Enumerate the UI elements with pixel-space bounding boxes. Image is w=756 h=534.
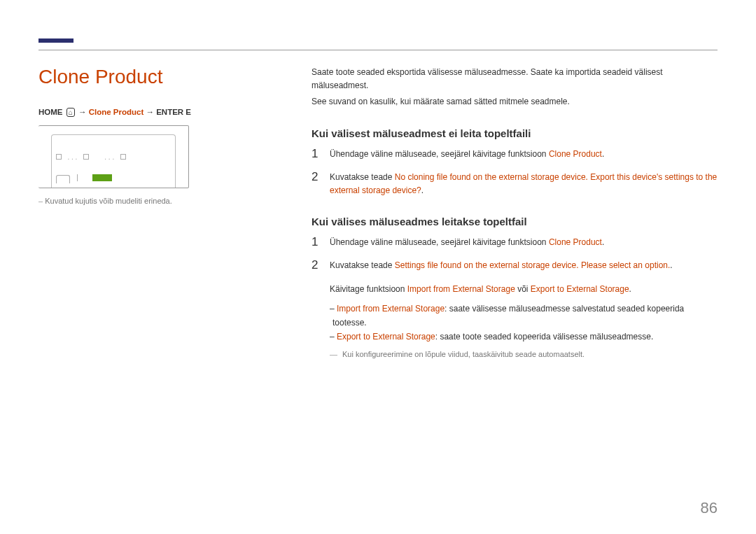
page-number: 86 [701,499,718,517]
text: . [421,185,424,195]
section1-heading: Kui välisest mäluseadmest ei leita topel… [312,127,718,139]
section2-step2: 2 Kuvatakse teade Settings file found on… [312,259,718,272]
list-item: Export to External Storage: saate toote … [332,330,718,344]
text: Kuvatakse teade [330,172,395,182]
arrow-icon: → [146,108,156,116]
page-title: Clone Product [38,66,262,88]
step-text: Ühendage väline mäluseade, seejärel käiv… [330,148,604,161]
header-accent-bar [38,38,74,43]
divider-line [38,50,718,50]
option-list: Import from External Storage: saate väli… [330,302,718,344]
device-illustration: . . . . . . [38,125,189,188]
dash-icon: ― [330,350,342,358]
home-icon: ⌂ [66,108,75,117]
right-column: Saate toote seaded eksportida välisesse … [312,66,718,358]
section1-step2: 2 Kuvatakse teade No cloning file found … [312,171,718,197]
text: Käivitage funktsioon [330,284,407,294]
step-number: 1 [312,236,320,249]
text: Ühendage väline mäluseade, seejärel käiv… [330,149,549,159]
text: . [602,237,604,247]
breadcrumb-enter: ENTER E [156,108,191,116]
breadcrumb: HOME ⌂ → Clone Product → ENTER E [38,108,262,117]
message-text: Settings file found on the external stor… [395,260,671,270]
left-column: Clone Product HOME ⌂ → Clone Product → E… [38,66,262,358]
intro-paragraph-1: Saate toote seaded eksportida välisesse … [312,66,718,92]
step-text: Kuvatakse teade No cloning file found on… [330,171,718,197]
import-label: Import from External Storage [337,304,444,314]
breadcrumb-clone-product: Clone Product [89,108,144,116]
footnote-text: Kui konfigureerimine on lõpule viidud, t… [342,350,584,358]
export-label: Export to External Storage [337,332,435,342]
arrow-icon: → [78,108,89,116]
clone-product-label: Clone Product [549,237,602,247]
text: . [602,149,604,159]
step-text: Ühendage väline mäluseade, seejärel käiv… [330,236,604,249]
content-area: Clone Product HOME ⌂ → Clone Product → E… [38,66,718,358]
step-number: 2 [312,259,320,272]
intro-paragraph-2: See suvand on kasulik, kui määrate samad… [312,95,718,108]
green-indicator [92,174,112,181]
clone-product-label: Clone Product [549,149,602,159]
text: või [515,284,531,294]
section1-step1: 1 Ühendage väline mäluseade, seejärel kä… [312,148,718,161]
step-number: 2 [312,171,320,197]
section2-heading: Kui välises mäluseadmes leitakse topeltf… [312,216,718,227]
list-item: Import from External Storage: saate väli… [332,302,718,330]
text: . [629,284,631,294]
text: . [670,260,672,270]
step-text: Kuvatakse teade Settings file found on t… [330,259,673,272]
image-footnote: Kuvatud kujutis võib mudeliti erineda. [38,197,262,205]
import-option-label: Import from External Storage [407,284,515,294]
breadcrumb-home: HOME [38,108,63,116]
text: Kuvatakse teade [330,260,395,270]
step-number: 1 [312,148,320,161]
config-footnote: ―Kui konfigureerimine on lõpule viidud, … [330,350,718,358]
text: Ühendage väline mäluseade, seejärel käiv… [330,237,549,247]
section2-step1: 1 Ühendage väline mäluseade, seejärel kä… [312,236,718,249]
run-function-text: Käivitage funktsioon Import from Externa… [330,283,718,296]
export-option-label: Export to External Storage [531,284,629,294]
text: : saate toote seaded kopeerida välisesse… [435,332,654,342]
